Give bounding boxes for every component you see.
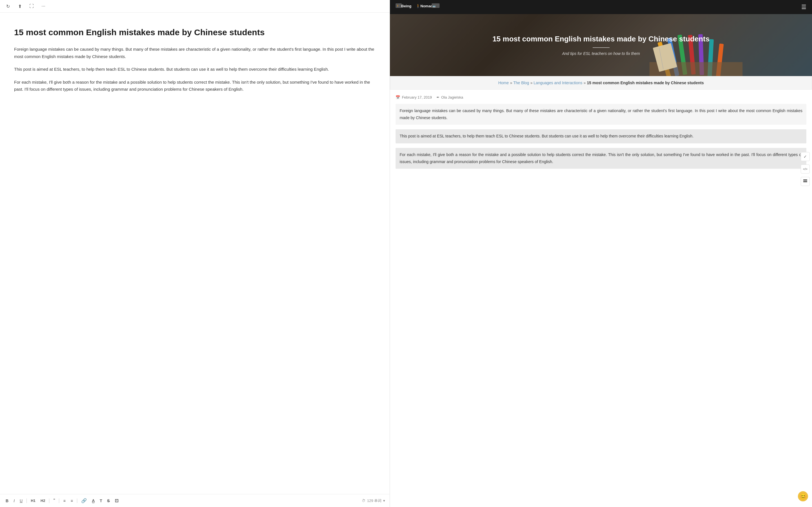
heading2-button[interactable]: H2 [40, 498, 47, 503]
editor-paragraph-2[interactable]: This post is aimed at ESL teachers, to h… [14, 66, 375, 73]
svg-text:🚶Nomad: 🚶Nomad [416, 4, 433, 8]
check-icon: ✓ [804, 154, 807, 159]
editor-paragraph-3[interactable]: For each mistake, I'll give both a reaso… [14, 78, 375, 93]
breadcrumb-sep-2: » [530, 80, 534, 85]
more-icon[interactable]: ··· [40, 3, 47, 10]
site-navigation: 🚶 Being 🚶Nomad 🚌 ☰ [390, 0, 812, 14]
breadcrumb: Home » The Blog » Languages and Interact… [390, 76, 812, 90]
breadcrumb-blog[interactable]: The Blog [513, 80, 529, 85]
article-paragraph-2: This post is aimed at ESL teachers, to h… [396, 129, 806, 143]
hero-divider [593, 47, 610, 48]
editor-paragraph-1[interactable]: Foreign language mistakes can be caused … [14, 46, 375, 60]
hero-title: 15 most common English mistakes made by … [493, 34, 710, 44]
underline-button[interactable]: U [18, 498, 24, 504]
toolbar-divider-4 [77, 499, 77, 503]
editor-panel: ↻ ⬆ ⛶ ··· 15 most common English mistake… [0, 0, 390, 507]
logo-text: 🚶 Being 🚶Nomad 🚌 [396, 2, 441, 12]
share-icon[interactable]: ⬆ [16, 3, 23, 10]
code-icon: </> [803, 167, 808, 171]
floating-sidebar: ✓ </> [801, 152, 810, 186]
breadcrumb-sep-3: » [583, 80, 587, 85]
hero-subtitle: And tips for ESL teachers on how to fix … [493, 51, 710, 56]
hamburger-menu[interactable]: ☰ [801, 4, 806, 10]
article-paragraph-3: For each mistake, I'll give both a reaso… [396, 148, 806, 169]
quote-button[interactable]: “ [52, 497, 56, 504]
word-count-arrow[interactable]: ▾ [383, 499, 385, 503]
image-button[interactable]: ⊡ [114, 497, 119, 504]
layer-icon [803, 179, 808, 184]
word-count-text: 129 单词 [367, 498, 382, 503]
heading1-button[interactable]: H1 [30, 498, 37, 503]
type-button[interactable]: T [99, 498, 103, 504]
editor-title[interactable]: 15 most common English mistakes made by … [14, 27, 375, 38]
article-meta: 📅 February 17, 2019 ✒ Ola Jagielska [396, 95, 806, 100]
toolbar-divider-2 [49, 499, 49, 503]
calendar-icon: 📅 [396, 95, 400, 100]
italic-button[interactable]: I [12, 498, 16, 504]
clock-icon: ⏱ [362, 499, 365, 503]
breadcrumb-home[interactable]: Home [498, 80, 509, 85]
editor-top-toolbar: ↻ ⬆ ⛶ ··· [0, 0, 390, 13]
article-author-item: ✒ Ola Jagielska [437, 95, 463, 100]
user-avatar[interactable]: 😊 [798, 491, 808, 501]
list-ul-button[interactable]: ≡ [62, 498, 66, 504]
breadcrumb-category[interactable]: Languages and Interactions [534, 80, 582, 85]
hero-section: 15 most common English mistakes made by … [390, 14, 812, 76]
underline2-button[interactable]: A̲ [91, 498, 96, 504]
word-count-display[interactable]: ⏱ 129 单词 ▾ [362, 498, 385, 503]
author-icon: ✒ [437, 95, 440, 100]
svg-rect-16 [803, 179, 807, 180]
list-ol-button[interactable]: ≡ [70, 498, 74, 504]
article-body: 📅 February 17, 2019 ✒ Ola Jagielska Fore… [390, 90, 812, 179]
svg-text:Being: Being [401, 4, 411, 8]
article-date-item: 📅 February 17, 2019 [396, 95, 432, 100]
article-paragraph-1: Foreign language mistakes can be caused … [396, 104, 806, 125]
code-button[interactable]: </> [801, 165, 810, 173]
bold-button[interactable]: B [4, 498, 10, 504]
browser-panel: 🚶 Being 🚶Nomad 🚌 ☰ [390, 0, 812, 507]
link-button[interactable]: 🔗 [80, 497, 88, 504]
toolbar-divider-1 [27, 499, 27, 503]
avatar-emoji: 😊 [800, 493, 807, 500]
layer-button[interactable] [801, 177, 810, 186]
editor-content-area[interactable]: 15 most common English mistakes made by … [0, 13, 390, 507]
svg-rect-17 [803, 181, 807, 182]
strikethrough-button[interactable]: S̶ [106, 498, 111, 504]
check-button[interactable]: ✓ [801, 152, 810, 161]
breadcrumb-current: 15 most common English mistakes made by … [587, 80, 704, 85]
website-content: 🚶 Being 🚶Nomad 🚌 ☰ [390, 0, 812, 507]
refresh-icon[interactable]: ↻ [4, 3, 11, 10]
breadcrumb-sep-1: » [510, 80, 513, 85]
svg-text:🚌: 🚌 [432, 4, 436, 8]
expand-icon[interactable]: ⛶ [28, 3, 35, 10]
hero-text-block: 15 most common English mistakes made by … [481, 34, 721, 56]
site-logo[interactable]: 🚶 Being 🚶Nomad 🚌 [396, 2, 441, 12]
editor-bottom-toolbar: B I U H1 H2 “ ≡ ≡ 🔗 A̲ T S̶ ⊡ ⏱ 129 单词 ▾ [0, 494, 390, 507]
article-author[interactable]: Ola Jagielska [441, 95, 463, 100]
svg-text:🚶: 🚶 [396, 4, 400, 8]
article-date: February 17, 2019 [402, 95, 432, 100]
